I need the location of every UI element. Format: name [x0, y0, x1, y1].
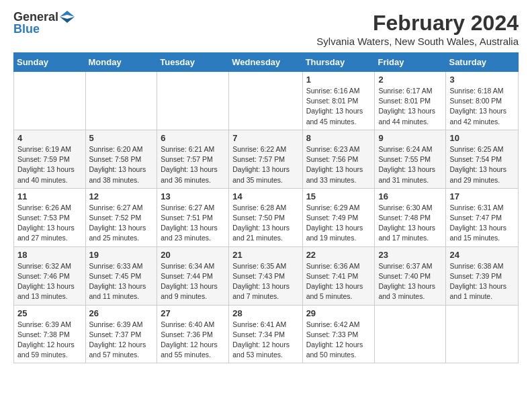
- calendar-cell: 2Sunrise: 6:17 AMSunset: 8:01 PMDaylight…: [375, 72, 446, 130]
- day-number: 23: [378, 250, 442, 260]
- calendar-cell: [85, 72, 157, 130]
- header-day-tuesday: Tuesday: [157, 53, 229, 72]
- day-number: 4: [17, 133, 82, 143]
- calendar-cell: 28Sunrise: 6:41 AMSunset: 7:34 PMDayligh…: [229, 305, 302, 363]
- calendar-cell: [229, 72, 302, 130]
- day-detail: Sunrise: 6:29 AMSunset: 7:49 PMDaylight:…: [306, 203, 371, 244]
- calendar-cell: 7Sunrise: 6:22 AMSunset: 7:57 PMDaylight…: [229, 130, 302, 188]
- day-number: 19: [89, 250, 154, 260]
- calendar-cell: 27Sunrise: 6:40 AMSunset: 7:36 PMDayligh…: [157, 305, 229, 363]
- calendar-cell: 5Sunrise: 6:20 AMSunset: 7:58 PMDaylight…: [85, 130, 157, 188]
- header-day-thursday: Thursday: [302, 53, 375, 72]
- logo: General Blue: [13, 11, 75, 35]
- header: General Blue February 2024 Sylvania Wate…: [13, 11, 519, 47]
- day-detail: Sunrise: 6:27 AMSunset: 7:51 PMDaylight:…: [161, 203, 225, 244]
- day-number: 2: [378, 75, 442, 85]
- day-detail: Sunrise: 6:21 AMSunset: 7:57 PMDaylight:…: [161, 144, 225, 185]
- day-number: 3: [449, 75, 515, 85]
- day-number: 9: [378, 133, 442, 143]
- calendar-cell: 8Sunrise: 6:23 AMSunset: 7:56 PMDaylight…: [302, 130, 375, 188]
- day-detail: Sunrise: 6:25 AMSunset: 7:54 PMDaylight:…: [449, 144, 515, 185]
- day-detail: Sunrise: 6:31 AMSunset: 7:47 PMDaylight:…: [449, 203, 515, 244]
- day-detail: Sunrise: 6:39 AMSunset: 7:38 PMDaylight:…: [17, 320, 82, 361]
- calendar-cell: 11Sunrise: 6:26 AMSunset: 7:53 PMDayligh…: [14, 188, 86, 246]
- week-row-1: 1Sunrise: 6:16 AMSunset: 8:01 PMDaylight…: [14, 72, 519, 130]
- logo-general-text: General: [13, 11, 58, 23]
- calendar-cell: [157, 72, 229, 130]
- day-number: 17: [449, 191, 515, 201]
- day-number: 25: [17, 308, 82, 318]
- header-day-saturday: Saturday: [446, 53, 519, 72]
- header-day-friday: Friday: [375, 53, 446, 72]
- calendar-cell: 23Sunrise: 6:37 AMSunset: 7:40 PMDayligh…: [375, 246, 446, 305]
- month-title: February 2024: [316, 11, 519, 36]
- day-number: 5: [89, 133, 154, 143]
- day-number: 7: [232, 133, 298, 143]
- day-detail: Sunrise: 6:27 AMSunset: 7:52 PMDaylight:…: [89, 203, 154, 244]
- calendar-cell: 10Sunrise: 6:25 AMSunset: 7:54 PMDayligh…: [446, 130, 519, 188]
- day-detail: Sunrise: 6:32 AMSunset: 7:46 PMDaylight:…: [17, 261, 82, 302]
- week-row-2: 4Sunrise: 6:19 AMSunset: 7:59 PMDaylight…: [14, 130, 519, 188]
- day-detail: Sunrise: 6:34 AMSunset: 7:44 PMDaylight:…: [161, 261, 225, 302]
- week-row-4: 18Sunrise: 6:32 AMSunset: 7:46 PMDayligh…: [14, 246, 519, 305]
- day-number: 18: [17, 250, 82, 260]
- day-number: 14: [232, 191, 298, 201]
- header-day-wednesday: Wednesday: [229, 53, 302, 72]
- calendar-cell: 16Sunrise: 6:30 AMSunset: 7:48 PMDayligh…: [375, 188, 446, 246]
- day-number: 26: [89, 308, 154, 318]
- day-detail: Sunrise: 6:41 AMSunset: 7:34 PMDaylight:…: [232, 320, 298, 361]
- calendar-cell: 1Sunrise: 6:16 AMSunset: 8:01 PMDaylight…: [302, 72, 375, 130]
- logo-blue-text: Blue: [13, 23, 40, 35]
- day-number: 20: [161, 250, 225, 260]
- header-day-monday: Monday: [85, 53, 157, 72]
- calendar-cell: 4Sunrise: 6:19 AMSunset: 7:59 PMDaylight…: [14, 130, 86, 188]
- calendar-cell: 15Sunrise: 6:29 AMSunset: 7:49 PMDayligh…: [302, 188, 375, 246]
- day-number: 10: [449, 133, 515, 143]
- svg-marker-1: [60, 17, 75, 23]
- day-number: 16: [378, 191, 442, 201]
- calendar-table: SundayMondayTuesdayWednesdayThursdayFrid…: [13, 52, 519, 363]
- day-number: 12: [89, 191, 154, 201]
- day-detail: Sunrise: 6:28 AMSunset: 7:50 PMDaylight:…: [232, 203, 298, 244]
- day-detail: Sunrise: 6:38 AMSunset: 7:39 PMDaylight:…: [449, 261, 515, 302]
- day-detail: Sunrise: 6:23 AMSunset: 7:56 PMDaylight:…: [306, 144, 371, 185]
- day-detail: Sunrise: 6:26 AMSunset: 7:53 PMDaylight:…: [17, 203, 82, 244]
- day-number: 22: [306, 250, 371, 260]
- day-detail: Sunrise: 6:36 AMSunset: 7:41 PMDaylight:…: [306, 261, 371, 302]
- calendar-cell: 9Sunrise: 6:24 AMSunset: 7:55 PMDaylight…: [375, 130, 446, 188]
- day-number: 28: [232, 308, 298, 318]
- calendar-cell: 21Sunrise: 6:35 AMSunset: 7:43 PMDayligh…: [229, 246, 302, 305]
- calendar-cell: 22Sunrise: 6:36 AMSunset: 7:41 PMDayligh…: [302, 246, 375, 305]
- day-number: 6: [161, 133, 225, 143]
- calendar-cell: 26Sunrise: 6:39 AMSunset: 7:37 PMDayligh…: [85, 305, 157, 363]
- calendar-cell: 13Sunrise: 6:27 AMSunset: 7:51 PMDayligh…: [157, 188, 229, 246]
- day-detail: Sunrise: 6:19 AMSunset: 7:59 PMDaylight:…: [17, 144, 82, 185]
- day-number: 1: [306, 75, 371, 85]
- day-number: 29: [306, 308, 371, 318]
- day-detail: Sunrise: 6:40 AMSunset: 7:36 PMDaylight:…: [161, 320, 225, 361]
- calendar-cell: 24Sunrise: 6:38 AMSunset: 7:39 PMDayligh…: [446, 246, 519, 305]
- day-detail: Sunrise: 6:30 AMSunset: 7:48 PMDaylight:…: [378, 203, 442, 244]
- calendar-cell: 17Sunrise: 6:31 AMSunset: 7:47 PMDayligh…: [446, 188, 519, 246]
- day-number: 24: [449, 250, 515, 260]
- day-detail: Sunrise: 6:20 AMSunset: 7:58 PMDaylight:…: [89, 144, 154, 185]
- day-number: 27: [161, 308, 225, 318]
- day-detail: Sunrise: 6:37 AMSunset: 7:40 PMDaylight:…: [378, 261, 442, 302]
- calendar-body: 1Sunrise: 6:16 AMSunset: 8:01 PMDaylight…: [14, 72, 519, 363]
- day-detail: Sunrise: 6:35 AMSunset: 7:43 PMDaylight:…: [232, 261, 298, 302]
- calendar-cell: 20Sunrise: 6:34 AMSunset: 7:44 PMDayligh…: [157, 246, 229, 305]
- week-row-5: 25Sunrise: 6:39 AMSunset: 7:38 PMDayligh…: [14, 305, 519, 363]
- calendar-cell: 25Sunrise: 6:39 AMSunset: 7:38 PMDayligh…: [14, 305, 86, 363]
- header-day-sunday: Sunday: [14, 53, 86, 72]
- day-number: 8: [306, 133, 371, 143]
- day-detail: Sunrise: 6:16 AMSunset: 8:01 PMDaylight:…: [306, 86, 371, 127]
- day-detail: Sunrise: 6:22 AMSunset: 7:57 PMDaylight:…: [232, 144, 298, 185]
- day-number: 21: [232, 250, 298, 260]
- calendar-cell: 18Sunrise: 6:32 AMSunset: 7:46 PMDayligh…: [14, 246, 86, 305]
- calendar-cell: [446, 305, 519, 363]
- calendar-cell: 29Sunrise: 6:42 AMSunset: 7:33 PMDayligh…: [302, 305, 375, 363]
- title-area: February 2024 Sylvania Waters, New South…: [316, 11, 519, 47]
- calendar-cell: 12Sunrise: 6:27 AMSunset: 7:52 PMDayligh…: [85, 188, 157, 246]
- day-number: 13: [161, 191, 225, 201]
- day-detail: Sunrise: 6:39 AMSunset: 7:37 PMDaylight:…: [89, 320, 154, 361]
